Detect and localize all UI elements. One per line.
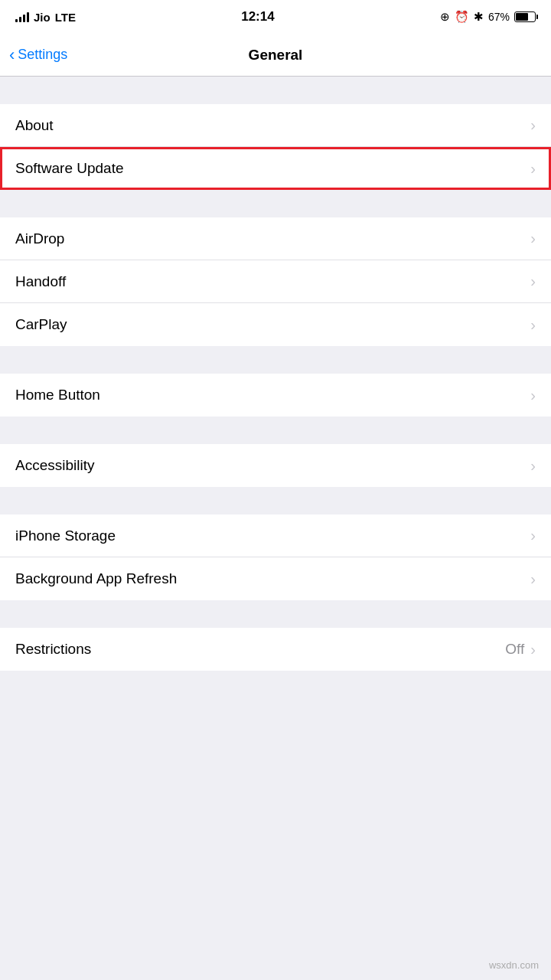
nav-bar: ‹ Settings General [0,34,551,77]
row-label-restrictions: Restrictions [15,641,91,658]
settings-group-6: Restrictions Off › [0,628,551,671]
chevron-right-icon-restrictions: › [530,641,536,658]
chevron-right-icon-storage: › [530,527,536,544]
status-time: 12:14 [241,9,274,24]
carrier-label: Jio [34,11,51,24]
chevron-right-icon-carplay: › [530,316,536,334]
settings-row-background-app-refresh[interactable]: Background App Refresh › [0,557,551,600]
alarm-icon: ⏰ [455,10,469,24]
row-right-accessibility: › [530,457,536,475]
watermark: wsxdn.com [489,959,539,971]
row-label-carplay: CarPlay [15,316,67,333]
settings-group-5: iPhone Storage › Background App Refresh … [0,514,551,600]
row-right-airdrop: › [530,230,536,247]
chevron-right-icon-accessibility: › [530,457,536,475]
row-label-iphone-storage: iPhone Storage [15,528,116,544]
row-label-home-button: Home Button [15,387,100,403]
chevron-right-icon-handoff: › [530,273,536,290]
location-icon: ⊕ [440,10,450,24]
settings-row-airdrop[interactable]: AirDrop › [0,217,551,260]
chevron-right-icon-refresh: › [530,570,536,588]
settings-group-3: Home Button › [0,374,551,416]
page-title: General [249,47,303,64]
bluetooth-icon: ✱ [474,10,484,24]
settings-row-iphone-storage[interactable]: iPhone Storage › [0,514,551,557]
network-label: LTE [55,11,76,24]
section-gap-5 [0,487,551,514]
chevron-left-icon: ‹ [9,47,15,64]
chevron-right-icon-2: › [530,160,536,178]
row-right-handoff: › [530,273,536,290]
signal-bars-icon [15,11,29,22]
status-left: Jio LTE [15,11,76,24]
row-right-iphone-storage: › [530,527,536,544]
row-right-home-button: › [530,387,536,404]
settings-row-about[interactable]: About › [0,104,551,147]
restrictions-value: Off [505,641,524,658]
row-label-software-update: Software Update [15,160,124,177]
row-right-carplay: › [530,316,536,334]
settings-row-restrictions[interactable]: Restrictions Off › [0,628,551,671]
status-right: ⊕ ⏰ ✱ 67% [440,10,536,24]
row-right-about: › [530,116,536,134]
status-bar: Jio LTE 12:14 ⊕ ⏰ ✱ 67% [0,0,551,34]
row-label-accessibility: Accessibility [15,457,94,474]
chevron-right-icon: › [530,116,536,134]
settings-row-carplay[interactable]: CarPlay › [0,303,551,346]
row-label-handoff: Handoff [15,273,66,290]
row-right-background-app-refresh: › [530,570,536,588]
row-label-airdrop: AirDrop [15,230,64,247]
row-right-software-update: › [530,160,536,178]
settings-group-4: Accessibility › [0,444,551,487]
chevron-right-icon-home: › [530,387,536,404]
row-right-restrictions: Off › [505,641,536,658]
settings-row-accessibility[interactable]: Accessibility › [0,444,551,487]
settings-row-software-update[interactable]: Software Update › [0,147,551,190]
row-label-about: About [15,117,54,134]
battery-icon [514,11,536,22]
section-gap-6 [0,600,551,628]
chevron-right-icon-airdrop: › [530,230,536,247]
section-gap-4 [0,416,551,444]
row-label-background-app-refresh: Background App Refresh [15,570,177,587]
back-label: Settings [18,47,67,63]
settings-group-2: AirDrop › Handoff › CarPlay › [0,217,551,346]
section-gap-1 [0,77,551,104]
settings-group-1: About › Software Update › [0,104,551,190]
section-gap-3 [0,346,551,374]
settings-row-handoff[interactable]: Handoff › [0,260,551,303]
section-gap-2 [0,190,551,217]
back-button[interactable]: ‹ Settings [9,47,67,64]
battery-percent: 67% [488,11,510,23]
settings-row-home-button[interactable]: Home Button › [0,374,551,416]
